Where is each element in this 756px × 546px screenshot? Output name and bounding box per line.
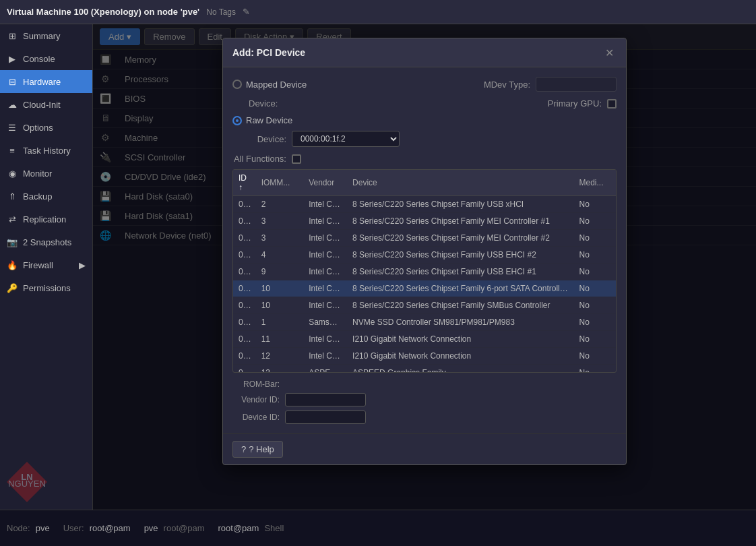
device-medi-cell: No <box>573 365 616 373</box>
svg-text:NGUYEN: NGUYEN <box>8 479 46 489</box>
col-iomm[interactable]: IOMM... <box>256 170 303 196</box>
device-vendor-cell: ASPEED Technol... <box>303 365 347 373</box>
device-table-row[interactable]: 0000:04:00.0 12 Intel Corporation I210 G… <box>233 348 616 365</box>
status-node: Node: pve <box>7 523 50 533</box>
device-table-row[interactable]: 0000:00:16.1 3 Intel Corporation 8 Serie… <box>233 230 616 247</box>
device-id-cell: 0000:01:00.0 <box>233 314 256 331</box>
device-medi-cell: No <box>573 213 616 230</box>
device-table-wrapper: ID ↑ IOMM... Vendor Device Medi... 0000:… <box>232 169 617 373</box>
vendor-id-row: Vendor ID: <box>232 393 366 406</box>
device-device-cell: NVMe SSD Controller SM981/PM981/PM983 <box>347 314 573 331</box>
raw-device-option[interactable]: Raw Device <box>232 115 292 125</box>
mdev-type-input[interactable] <box>536 77 617 92</box>
device-vendor-cell: Intel Corporation <box>303 297 347 314</box>
device-table-row[interactable]: 0000:00:1f.3 10 Intel Corporation 8 Seri… <box>233 297 616 314</box>
replication-icon: ⇄ <box>7 214 18 224</box>
dialog-overlay: Add: PCI Device ✕ Mapped Device MDev Typ… <box>93 24 756 510</box>
vendor-id-input[interactable] <box>285 393 366 406</box>
primary-gpu-label: Primary GPU: <box>548 98 602 109</box>
device-device-cell: I210 Gigabit Network Connection <box>347 348 573 365</box>
device-table-row[interactable]: 0000:03:00.0 11 Intel Corporation I210 G… <box>233 331 616 348</box>
device-table-row[interactable]: 0000:00:14.0 2 Intel Corporation 8 Serie… <box>233 196 616 213</box>
sidebar-item-options[interactable]: ☰ Options <box>0 116 92 139</box>
sidebar-item-monitor[interactable]: ◉ Monitor <box>0 162 92 185</box>
device-select-label: Device: <box>232 134 286 144</box>
device-medi-cell: No <box>573 297 616 314</box>
monitor-icon: ◉ <box>7 168 18 179</box>
device-table-row[interactable]: 0000:01:00.0 1 Samsung Electro... NVMe S… <box>233 314 616 331</box>
device-device-cell: 8 Series/C220 Series Chipset Family 6-po… <box>347 280 573 297</box>
device-vendor-cell: Samsung Electro... <box>303 314 347 331</box>
device-select[interactable]: 0000:00:1f.2 <box>292 131 400 147</box>
sidebar-label-cloud-init: Cloud-Init <box>23 100 61 110</box>
sidebar-label-task-history: Task History <box>23 146 71 156</box>
snapshots-icon: 📷 <box>7 237 18 247</box>
device-table-row[interactable]: 0000:00:16.0 3 Intel Corporation 8 Serie… <box>233 213 616 230</box>
device-table-row[interactable]: 0000:00:1a.0 4 Intel Corporation 8 Serie… <box>233 247 616 264</box>
sidebar-item-console[interactable]: ▶ Console <box>0 47 92 70</box>
device-vendor-cell: Intel Corporation <box>303 331 347 348</box>
device-medi-cell: No <box>573 331 616 348</box>
all-functions-checkbox[interactable] <box>292 154 301 164</box>
summary-icon: ⊞ <box>7 30 18 41</box>
device-device-cell: 8 Series/C220 Series Chipset Family MEI … <box>347 213 573 230</box>
col-medi[interactable]: Medi... <box>573 170 616 196</box>
sidebar-item-replication[interactable]: ⇄ Replication <box>0 208 92 231</box>
sidebar-item-snapshots[interactable]: 📷 2 Snapshots <box>0 231 92 253</box>
raw-device-radio[interactable] <box>232 116 242 125</box>
device-id-input[interactable] <box>285 411 366 424</box>
device-table-row[interactable]: 0000:06:00.0 13 ASPEED Technol... ASPEED… <box>233 365 616 373</box>
device-field-label: Device: <box>249 98 278 109</box>
mapped-device-option[interactable]: Mapped Device <box>232 80 307 90</box>
device-iomm-cell: 10 <box>256 280 303 297</box>
sidebar-item-summary[interactable]: ⊞ Summary <box>0 24 92 47</box>
primary-gpu-checkbox[interactable] <box>607 99 617 109</box>
dialog-title: Add: PCI Device <box>232 47 305 58</box>
dialog-close-button[interactable]: ✕ <box>602 45 617 60</box>
cloud-init-icon: ☁ <box>7 99 18 110</box>
help-icon: ? <box>241 444 246 454</box>
device-table-row[interactable]: 0000:00:1f.2 10 Intel Corporation 8 Seri… <box>233 280 616 297</box>
col-id[interactable]: ID ↑ <box>233 170 256 196</box>
sidebar-item-cloud-init[interactable]: ☁ Cloud-Init <box>0 93 92 116</box>
dialog-body: Mapped Device MDev Type: Device: Primary… <box>223 67 626 433</box>
edit-tags-icon[interactable]: ✎ <box>243 7 250 17</box>
device-select-row: Device: 0000:00:1f.2 <box>232 131 617 147</box>
device-id-cell: 0000:00:1f.3 <box>233 297 256 314</box>
sidebar-item-hardware[interactable]: ⊟ Hardware <box>0 70 92 93</box>
device-medi-cell: No <box>573 264 616 280</box>
sidebar-item-firewall[interactable]: 🔥 Firewall ▶ <box>0 253 92 276</box>
device-device-cell: 8 Series/C220 Series Chipset Family SMBu… <box>347 297 573 314</box>
mdev-type-label: MDev Type: <box>484 80 530 90</box>
col-device[interactable]: Device <box>347 170 573 196</box>
permissions-icon: 🔑 <box>7 282 18 293</box>
device-medi-cell: No <box>573 314 616 331</box>
dialog-footer: ? ? Help <box>223 433 626 464</box>
sidebar-item-backup[interactable]: ⇑ Backup <box>0 185 92 208</box>
task-history-icon: ≡ <box>7 145 18 156</box>
device-table-scroll[interactable]: ID ↑ IOMM... Vendor Device Medi... 0000:… <box>233 170 616 372</box>
mapped-device-radio[interactable] <box>232 80 242 89</box>
device-vendor-cell: Intel Corporation <box>303 247 347 264</box>
help-button[interactable]: ? ? Help <box>232 441 283 458</box>
sidebar-label-replication: Replication <box>23 214 66 224</box>
all-functions-row: All Functions: <box>232 154 617 164</box>
status-user: User: root@pam <box>63 523 131 533</box>
device-iomm-cell: 1 <box>256 314 303 331</box>
device-medi-cell: No <box>573 280 616 297</box>
device-table-row[interactable]: 0000:00:1d.0 9 Intel Corporation 8 Serie… <box>233 264 616 280</box>
device-id-cell: 0000:04:00.0 <box>233 348 256 365</box>
device-vendor-cell: Intel Corporation <box>303 230 347 247</box>
dialog-header: Add: PCI Device ✕ <box>223 38 626 67</box>
firewall-icon: 🔥 <box>7 260 18 270</box>
device-vendor-cell: Intel Corporation <box>303 264 347 280</box>
sidebar: ⊞ Summary ▶ Console ⊟ Hardware ☁ Cloud-I… <box>0 24 93 510</box>
device-device-cell: ASPEED Graphics Family <box>347 365 573 373</box>
col-vendor[interactable]: Vendor <box>303 170 347 196</box>
sidebar-item-permissions[interactable]: 🔑 Permissions <box>0 276 92 299</box>
device-id-cell: 0000:00:1d.0 <box>233 264 256 280</box>
device-device-cell: 8 Series/C220 Series Chipset Family USB … <box>347 264 573 280</box>
device-iomm-cell: 9 <box>256 264 303 280</box>
sidebar-item-task-history[interactable]: ≡ Task History <box>0 139 92 162</box>
device-id-cell: 0000:00:1a.0 <box>233 247 256 264</box>
